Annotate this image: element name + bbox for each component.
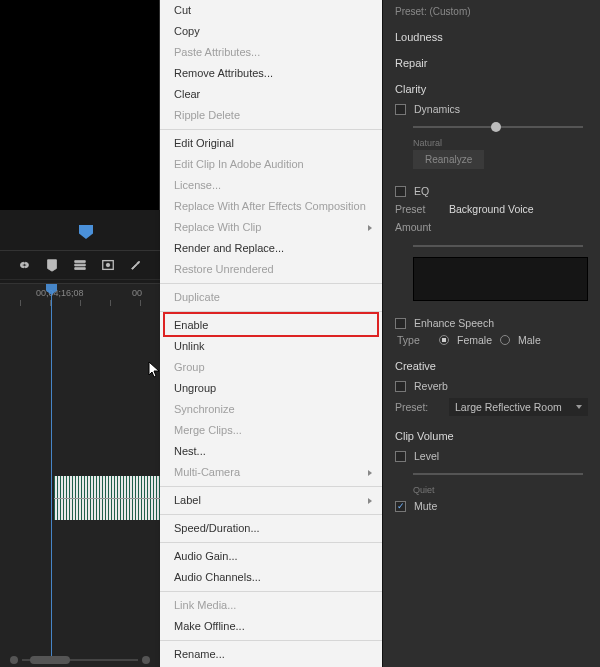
- playhead[interactable]: [51, 284, 52, 664]
- waveform: [54, 498, 160, 520]
- eq-preset-label: Preset: [395, 203, 441, 215]
- menu-item-synchronize: Synchronize: [160, 399, 382, 420]
- wrench-icon[interactable]: [128, 257, 144, 273]
- chevron-down-icon: [576, 405, 582, 409]
- menu-separator: [160, 640, 382, 641]
- menu-item-merge-clips: Merge Clips...: [160, 420, 382, 441]
- timecode: 00: [132, 288, 142, 298]
- enhance-speech-checkbox[interactable]: [395, 318, 406, 329]
- menu-item-duplicate: Duplicate: [160, 287, 382, 308]
- female-label: Female: [457, 334, 492, 346]
- eq-preset-value[interactable]: Background Voice: [449, 203, 534, 215]
- type-label: Type: [397, 334, 431, 346]
- reverb-preset-label: Preset:: [395, 401, 441, 413]
- eq-checkbox[interactable]: [395, 186, 406, 197]
- level-label: Level: [414, 450, 439, 462]
- reverb-checkbox[interactable]: [395, 381, 406, 392]
- menu-separator: [160, 283, 382, 284]
- menu-separator: [160, 311, 382, 312]
- menu-item-rename[interactable]: Rename...: [160, 644, 382, 665]
- level-slider[interactable]: [413, 467, 583, 481]
- female-radio[interactable]: [439, 335, 449, 345]
- menu-item-license: License...: [160, 175, 382, 196]
- timeline-toolbar: [0, 250, 160, 280]
- snap-icon[interactable]: [100, 257, 116, 273]
- menu-separator: [160, 129, 382, 130]
- menu-item-edit-original[interactable]: Edit Original: [160, 133, 382, 154]
- level-checkbox[interactable]: [395, 451, 406, 462]
- menu-item-ripple-delete: Ripple Delete: [160, 105, 382, 126]
- audio-clip[interactable]: [54, 476, 160, 520]
- section-clarity[interactable]: Clarity: [395, 83, 588, 95]
- clip-context-menu: CutCopyPaste Attributes...Remove Attribu…: [160, 0, 382, 667]
- menu-separator: [160, 514, 382, 515]
- waveform: [54, 476, 160, 498]
- mute-label: Mute: [414, 500, 437, 512]
- eq-graph[interactable]: [413, 257, 588, 301]
- reverb-preset-value: Large Reflective Room: [455, 401, 562, 413]
- essential-sound-panel: Preset: (Custom) Loudness Repair Clarity…: [382, 0, 600, 667]
- reverb-label: Reverb: [414, 380, 448, 392]
- time-ruler[interactable]: 00;04;16;08 00: [0, 284, 160, 308]
- panel-preset-row: Preset: (Custom): [395, 6, 588, 17]
- reverb-preset-dropdown[interactable]: Large Reflective Room: [449, 398, 588, 416]
- menu-item-multi-camera: Multi-Camera: [160, 462, 382, 483]
- menu-item-clear[interactable]: Clear: [160, 84, 382, 105]
- program-playhead-marker[interactable]: [79, 225, 93, 239]
- natural-label: Natural: [413, 138, 588, 148]
- preset-value[interactable]: (Custom): [429, 6, 470, 17]
- eq-label: EQ: [414, 185, 429, 197]
- link-icon[interactable]: [16, 257, 32, 273]
- menu-item-cut[interactable]: Cut: [160, 0, 382, 21]
- menu-item-speed-duration[interactable]: Speed/Duration...: [160, 518, 382, 539]
- menu-item-render-and-replace[interactable]: Render and Replace...: [160, 238, 382, 259]
- menu-item-label[interactable]: Label: [160, 490, 382, 511]
- menu-item-audio-gain[interactable]: Audio Gain...: [160, 546, 382, 567]
- menu-item-nest[interactable]: Nest...: [160, 441, 382, 462]
- menu-separator: [160, 591, 382, 592]
- menu-item-copy[interactable]: Copy: [160, 21, 382, 42]
- menu-item-unlink[interactable]: Unlink: [160, 336, 382, 357]
- reanalyze-button[interactable]: Reanalyze: [413, 150, 484, 169]
- svg-point-1: [106, 263, 110, 267]
- timeline-panel[interactable]: 00;04;16;08 00: [0, 283, 160, 667]
- amount-label: Amount: [395, 221, 441, 233]
- menu-item-enable[interactable]: Enable: [160, 315, 382, 336]
- menu-item-make-offline[interactable]: Make Offline...: [160, 616, 382, 637]
- preset-label: Preset:: [395, 6, 427, 17]
- dynamics-checkbox[interactable]: [395, 104, 406, 115]
- menu-separator: [160, 486, 382, 487]
- mute-checkbox[interactable]: [395, 501, 406, 512]
- menu-item-edit-clip-in-adobe-audition: Edit Clip In Adobe Audition: [160, 154, 382, 175]
- enhance-speech-label: Enhance Speech: [414, 317, 494, 329]
- quiet-label: Quiet: [413, 485, 588, 495]
- male-radio[interactable]: [500, 335, 510, 345]
- male-label: Male: [518, 334, 541, 346]
- menu-item-remove-attributes[interactable]: Remove Attributes...: [160, 63, 382, 84]
- settings-icon[interactable]: [72, 257, 88, 273]
- section-clip-volume[interactable]: Clip Volume: [395, 430, 588, 442]
- menu-item-paste-attributes: Paste Attributes...: [160, 42, 382, 63]
- program-monitor: [0, 0, 160, 210]
- menu-item-link-media: Link Media...: [160, 595, 382, 616]
- section-repair[interactable]: Repair: [395, 57, 588, 69]
- menu-separator: [160, 542, 382, 543]
- menu-item-replace-with-clip: Replace With Clip: [160, 217, 382, 238]
- dynamics-slider[interactable]: [413, 120, 583, 134]
- section-creative[interactable]: Creative: [395, 360, 588, 372]
- dynamics-label: Dynamics: [414, 103, 460, 115]
- menu-item-ungroup[interactable]: Ungroup: [160, 378, 382, 399]
- timecode: 00;04;16;08: [36, 288, 84, 298]
- menu-item-audio-channels[interactable]: Audio Channels...: [160, 567, 382, 588]
- menu-item-replace-with-after-effects-composition: Replace With After Effects Composition: [160, 196, 382, 217]
- marker-icon[interactable]: [44, 257, 60, 273]
- menu-item-restore-unrendered: Restore Unrendered: [160, 259, 382, 280]
- timeline-zoom-scrollbar[interactable]: [10, 655, 150, 665]
- amount-slider[interactable]: [413, 239, 583, 253]
- section-loudness[interactable]: Loudness: [395, 31, 588, 43]
- menu-item-group: Group: [160, 357, 382, 378]
